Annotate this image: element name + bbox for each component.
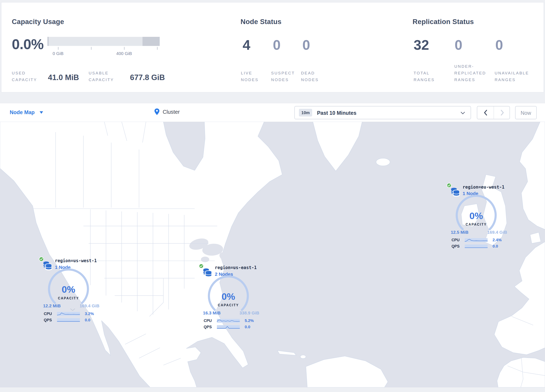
dead-nodes-count: 0 — [302, 37, 310, 53]
region-marker-eu-west-1[interactable]: region=eu-west-1 1 Node 0% CAPACITY 12.5… — [446, 182, 509, 252]
land-iceland — [376, 158, 390, 166]
region-marker-us-west-1[interactable]: region=us-west-1 1 Node 0% CAPACITY 12.2… — [38, 256, 102, 326]
cluster-summary-bar: Capacity Usage 0.0% 0 GiB 400 GiB USED C… — [1, 2, 544, 92]
world-map — [0, 122, 545, 387]
region-marker-us-east-1[interactable]: region=us-east-1 2 Nodes 0% CAPACITY 16.… — [198, 263, 261, 333]
used-capacity-label: USED CAPACITY — [12, 70, 37, 83]
qps-value: 0.0 — [245, 325, 250, 329]
suspect-nodes-count: 0 — [273, 37, 281, 53]
node-status-title: Node Status — [241, 18, 281, 25]
cpu-label: CPU — [204, 319, 212, 323]
under-replicated-ranges-label: UNDER- REPLICATED RANGES — [454, 63, 486, 83]
land-hispaniola — [300, 355, 306, 359]
used-capacity-value: 41.0 MiB — [48, 73, 79, 82]
region-name: region=eu-west-1 — [463, 184, 504, 190]
cpu-value: 3.2% — [85, 311, 94, 316]
axis-tick — [157, 47, 158, 50]
unavailable-ranges-count: 0 — [495, 37, 503, 53]
qps-label: QPS — [44, 318, 52, 322]
qps-value: 0.0 — [493, 244, 498, 248]
capacity-used-percent: 0.0% — [12, 36, 44, 52]
dead-nodes-label: DEAD NODES — [301, 70, 319, 83]
view-mode-label: Node Map — [10, 109, 35, 115]
total-ranges-count: 32 — [414, 37, 429, 53]
region-used-capacity: 16.3 MiB — [203, 311, 220, 315]
time-step-back-button[interactable] — [477, 106, 494, 119]
axis-tick — [124, 47, 124, 50]
usable-capacity-value: 677.8 GiB — [130, 73, 165, 82]
region-capacity-word: CAPACITY — [454, 223, 498, 226]
replication-status-title: Replication Status — [413, 18, 474, 25]
qps-sparkline — [465, 244, 488, 248]
capacity-bar-used-segment — [48, 37, 48, 46]
total-ranges-label: TOTAL RANGES — [414, 70, 435, 83]
map-toolbar: Node Map Cluster 10m Past 10 Minutes — [0, 103, 545, 122]
time-range-dropdown[interactable]: 10m Past 10 Minutes — [294, 106, 471, 119]
capacity-usage-panel: Capacity Usage 0.0% 0 GiB 400 GiB USED C… — [12, 2, 227, 92]
view-mode-dropdown[interactable]: Node Map — [10, 109, 43, 115]
axis-tick-label: 400 GiB — [110, 51, 138, 56]
region-usable-capacity: 169.4 GiB — [487, 230, 507, 235]
axis-tick-label: 0 GiB — [44, 51, 72, 56]
axis-tick — [58, 47, 58, 50]
time-range-badge: 10m — [299, 109, 312, 117]
region-usable-capacity: 338.9 GiB — [240, 311, 259, 315]
cpu-sparkline — [57, 312, 80, 316]
chevron-left-icon — [483, 110, 488, 116]
time-range-label: Past 10 Minutes — [317, 110, 357, 116]
region-used-capacity: 12.2 MiB — [43, 304, 61, 308]
region-capacity-percent: 0% — [454, 211, 498, 222]
capacity-usage-title: Capacity Usage — [12, 18, 64, 25]
breadcrumb-label: Cluster — [163, 109, 180, 115]
unavailable-ranges-label: UNAVAILABLE RANGES — [495, 70, 529, 83]
live-nodes-label: LIVE NODES — [241, 70, 259, 83]
chevron-down-icon — [461, 112, 465, 114]
live-nodes-count: 4 — [243, 37, 250, 53]
qps-label: QPS — [452, 244, 460, 248]
region-used-capacity: 12.5 MiB — [451, 230, 468, 235]
breadcrumb[interactable]: Cluster — [154, 108, 180, 115]
region-capacity-percent: 0% — [206, 292, 250, 302]
region-name: region=us-west-1 — [55, 258, 97, 263]
node-status-panel: Node Status 4 0 0 LIVE NODES SUSPECT NOD… — [241, 2, 390, 92]
chevron-right-icon — [500, 110, 504, 116]
axis-tick — [91, 47, 92, 50]
cpu-label: CPU — [44, 311, 52, 316]
capacity-bar-reserved-segment — [142, 37, 160, 46]
under-replicated-ranges-count: 0 — [455, 37, 462, 53]
suspect-nodes-label: SUSPECT NODES — [271, 70, 295, 83]
capacity-usage-bar — [48, 37, 160, 46]
cpu-value: 2.4% — [493, 238, 502, 242]
location-pin-icon — [154, 108, 160, 115]
cpu-value: 5.2% — [245, 319, 254, 323]
qps-sparkline — [217, 325, 240, 329]
dropdown-triangle-icon — [39, 111, 43, 114]
qps-value: 0.0 — [85, 318, 91, 322]
qps-label: QPS — [204, 325, 212, 329]
region-capacity-word: CAPACITY — [206, 303, 250, 307]
qps-sparkline — [57, 318, 80, 322]
cpu-sparkline — [217, 319, 240, 323]
region-capacity-percent: 0% — [47, 285, 91, 295]
node-map-page: Capacity Usage 0.0% 0 GiB 400 GiB USED C… — [0, 0, 545, 392]
time-step-forward-button[interactable] — [494, 106, 510, 119]
region-capacity-word: CAPACITY — [47, 296, 91, 300]
world-map-canvas — [0, 122, 545, 387]
now-button[interactable]: Now — [515, 106, 537, 119]
replication-status-panel: Replication Status 32 0 0 TOTAL RANGES U… — [413, 2, 541, 92]
usable-capacity-label: USABLE CAPACITY — [89, 70, 114, 83]
expand-caret-icon — [70, 308, 75, 311]
time-step-controls — [477, 106, 510, 119]
region-usable-capacity: 169.4 GiB — [80, 304, 99, 308]
region-name: region=us-east-1 — [215, 265, 257, 270]
cpu-sparkline — [465, 238, 488, 242]
cpu-label: CPU — [452, 238, 460, 242]
